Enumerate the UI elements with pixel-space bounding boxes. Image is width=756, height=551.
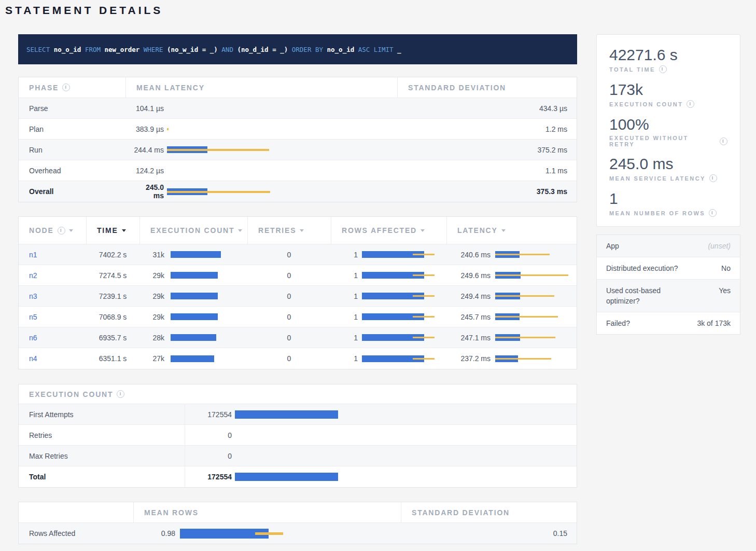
- node-execution-count-cell: 29k: [139, 271, 247, 280]
- node-latency-cell: 249.6 ms: [446, 271, 578, 280]
- side-column: 42271.6 s TOTAL TIME 173k EXECUTION COUN…: [596, 34, 740, 335]
- node-time-value: 7068.9 s: [86, 313, 139, 321]
- info-icon[interactable]: [709, 174, 717, 182]
- execution-count-bar: [171, 272, 247, 279]
- time-column-header[interactable]: TIME: [86, 217, 139, 244]
- info-icon[interactable]: [687, 100, 694, 108]
- node-rows-affected-cell: 1: [331, 251, 446, 259]
- stat-execution-count: 173k EXECUTION COUNT: [609, 81, 727, 108]
- sort-arrow-icon: [238, 229, 242, 232]
- table-row: First Attempts 172554: [19, 404, 577, 425]
- node-latency-cell: 240.6 ms: [446, 251, 578, 259]
- table-row: n2 7274.5 s 29k 0 1 249.6 ms: [19, 265, 577, 286]
- exec-count-value: 0: [185, 452, 232, 460]
- node-execution-count-cell: 27k: [139, 354, 247, 363]
- info-icon[interactable]: [117, 390, 124, 398]
- detail-label: App: [597, 241, 692, 251]
- execution-count-title-label: EXECUTION COUNT: [29, 390, 113, 398]
- execution-count-bar: [171, 334, 247, 341]
- execution-count-title: EXECUTION COUNT: [19, 390, 578, 398]
- info-icon[interactable]: [659, 65, 667, 73]
- execution-count-bar: [171, 251, 247, 258]
- exec-value-cell: 0: [185, 446, 578, 466]
- mean-latency-value: 244.4 ms: [125, 146, 164, 154]
- table-row: Max Retries 0: [19, 446, 577, 466]
- latency-bar: [167, 167, 397, 174]
- node-latency-cell: 237.2 ms: [446, 354, 578, 363]
- stat-value: 1: [609, 190, 727, 208]
- retries-column-header[interactable]: RETRIES: [247, 217, 331, 244]
- detail-value: 3k of 173k: [692, 318, 740, 328]
- execution-count-bar: [171, 355, 247, 362]
- phase-name: Overhead: [19, 167, 125, 175]
- phase-name: Parse: [19, 104, 125, 113]
- node-time-value: 6351.1 s: [86, 354, 139, 363]
- exec-count-value: 0: [185, 431, 232, 439]
- execution-count-value: 29k: [139, 271, 164, 280]
- node-retries-value: 0: [247, 354, 331, 363]
- node-link[interactable]: n3: [29, 292, 37, 300]
- latency-column-header[interactable]: LATENCY: [446, 217, 578, 244]
- node-rows-affected-cell: 1: [331, 271, 446, 280]
- rows-affected-bar: [362, 313, 446, 320]
- node-time-value: 7402.2 s: [86, 251, 139, 259]
- standard-deviation-column-header: STANDARD DEVIATION: [401, 502, 578, 522]
- standard-deviation-column-header: STANDARD DEVIATION: [397, 77, 578, 98]
- info-icon[interactable]: [62, 84, 70, 91]
- node-retries-value: 0: [247, 313, 331, 321]
- execution-count-value: 28k: [139, 334, 164, 342]
- execution-count-bar: [171, 293, 247, 299]
- node-rows-affected-cell: 1: [331, 354, 446, 363]
- node-link[interactable]: n2: [29, 271, 37, 280]
- standard-deviation-value: 0.15: [401, 529, 578, 538]
- mean-rows-value: 0.98: [133, 529, 175, 538]
- rows-affected-table-header: MEAN ROWS STANDARD DEVIATION: [19, 502, 577, 523]
- sql-identifier: no_o_id: [327, 46, 358, 53]
- execution-count-bar: [235, 473, 578, 481]
- execution-count-header-label: EXECUTION COUNT: [150, 226, 234, 235]
- exec-row-label: First Attempts: [19, 410, 185, 419]
- node-header-label: NODE: [29, 226, 54, 235]
- stat-total-time: 42271.6 s TOTAL TIME: [609, 46, 727, 73]
- sql-identifier: _: [397, 46, 401, 53]
- latency-value: 249.6 ms: [446, 271, 491, 280]
- latency-bar: [495, 313, 578, 320]
- stat-label-text: TOTAL TIME: [609, 66, 655, 73]
- info-icon[interactable]: [709, 209, 717, 217]
- node-execution-count-cell: 31k: [139, 251, 247, 259]
- node-link[interactable]: n6: [29, 334, 37, 342]
- rows-affected-header-label: ROWS AFFECTED: [342, 226, 417, 235]
- execution-count-bar: [235, 431, 578, 439]
- statement-details-panel: App (unset) Distributed execution? No Us…: [596, 235, 740, 335]
- node-link[interactable]: n1: [29, 251, 37, 259]
- phase-column-header: PHASE: [19, 84, 125, 92]
- node-column-header[interactable]: NODE: [19, 226, 86, 235]
- table-row: Overhead 124.2 µs 1.1 ms: [19, 160, 577, 181]
- execution-count-column-header[interactable]: EXECUTION COUNT: [139, 217, 247, 244]
- node-latency-cell: 247.1 ms: [446, 334, 578, 342]
- node-latency-cell: 245.7 ms: [446, 313, 578, 321]
- node-link[interactable]: n4: [29, 354, 37, 363]
- phase-latency-table: PHASE MEAN LATENCY STANDARD DEVIATION Pa…: [18, 77, 577, 202]
- execution-count-table: EXECUTION COUNT First Attempts 172554 Re…: [18, 384, 577, 488]
- info-icon[interactable]: [720, 137, 727, 145]
- sql-keyword: WHERE: [144, 46, 167, 53]
- node-execution-count-cell: 29k: [139, 313, 247, 321]
- sql-keyword: AND: [221, 46, 237, 53]
- stat-value: 100%: [609, 116, 727, 133]
- node-link[interactable]: n5: [29, 313, 37, 321]
- stat-label: TOTAL TIME: [609, 65, 727, 73]
- info-icon[interactable]: [58, 227, 65, 235]
- mean-rows-cell: 0.98: [133, 529, 401, 539]
- latency-bar: [167, 188, 397, 195]
- latency-value: 247.1 ms: [446, 334, 491, 342]
- node-execution-count-cell: 28k: [139, 334, 247, 342]
- summary-stats-panel: 42271.6 s TOTAL TIME 173k EXECUTION COUN…: [596, 34, 740, 227]
- rows-affected-column-header[interactable]: ROWS AFFECTED: [331, 217, 446, 244]
- latency-bar: [495, 334, 578, 341]
- stat-mean-service-latency: 245.0 ms MEAN SERVICE LATENCY: [609, 155, 727, 182]
- node-retries-value: 0: [247, 271, 331, 280]
- mean-latency-value: 383.9 µs: [125, 125, 164, 133]
- rows-affected-value: 1: [331, 354, 358, 363]
- node-rows-affected-cell: 1: [331, 313, 446, 321]
